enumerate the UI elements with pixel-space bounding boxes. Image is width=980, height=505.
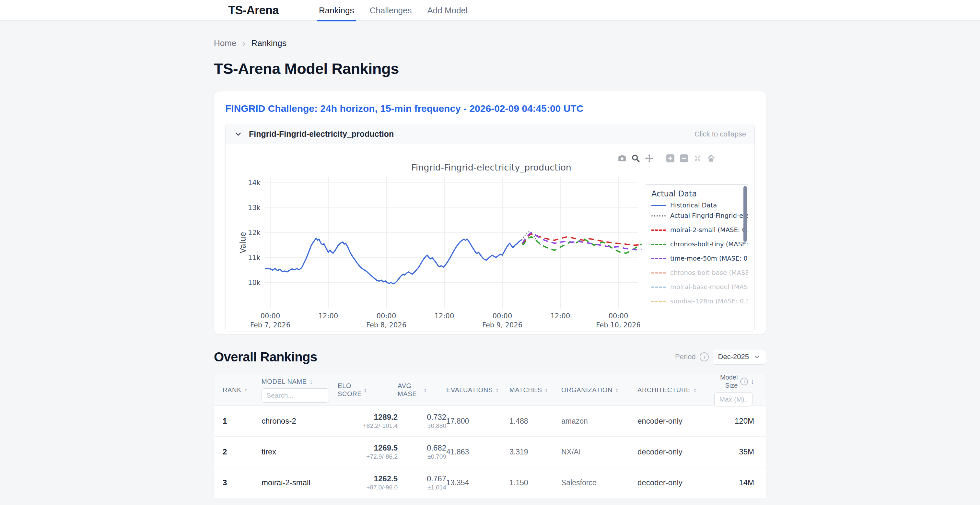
- legend-entry[interactable]: time-moe-50m (MASE: 0.277): [651, 255, 742, 262]
- legend-label: chronos-bolt-tiny (MASE: 0.257): [670, 241, 748, 248]
- svg-text:00:00: 00:00: [609, 312, 628, 320]
- mase-cell: 0.732 ±0.880: [427, 412, 446, 430]
- table-row[interactable]: 1 chronos-2 1289.2 +82.2/-101.4 0.732 ±0…: [214, 406, 766, 436]
- svg-text:Feb 9, 2026: Feb 9, 2026: [482, 321, 522, 329]
- mase-cell: 0.682 ±0.709: [427, 443, 446, 460]
- legend-swatch: [651, 287, 666, 288]
- period-label: Period: [675, 353, 696, 361]
- rankings-table: RANK ↑ MODEL NAME ↕ ELO SCORE ↕ AVG MASE…: [214, 373, 766, 499]
- tab-rankings[interactable]: Rankings: [311, 0, 362, 21]
- breadcrumb-home-link[interactable]: Home: [214, 38, 236, 48]
- svg-text:12:00: 12:00: [318, 312, 338, 320]
- column-elo-score[interactable]: ELO SCORE ↕: [338, 382, 398, 398]
- elo-cell: 1289.2 +82.2/-101.4: [363, 412, 398, 430]
- legend-label: moirai-2-small (MASE: 0.229): [670, 226, 748, 234]
- legend-swatch: [651, 205, 666, 206]
- sort-icon: ↕: [423, 386, 427, 394]
- legend-entry[interactable]: moirai-base-model (MASE: 0.357): [651, 283, 742, 291]
- chevron-right-icon: ›: [242, 38, 245, 49]
- legend-swatch: [651, 258, 666, 259]
- column-evaluations[interactable]: EVALUATIONS ↕: [446, 386, 509, 394]
- sort-icon: ↕: [495, 386, 499, 394]
- challenge-title: FINGRID Challenge: 24h horizon, 15-min f…: [225, 103, 755, 114]
- model-search-input[interactable]: [261, 388, 329, 403]
- svg-text:Feb 7, 2026: Feb 7, 2026: [250, 321, 290, 329]
- svg-text:14k: 14k: [248, 179, 261, 187]
- svg-text:12k: 12k: [248, 229, 261, 237]
- legend-entry[interactable]: moirai-2-small (MASE: 0.229): [651, 226, 742, 234]
- svg-text:12:00: 12:00: [434, 312, 454, 320]
- tab-add-model[interactable]: Add Model: [420, 0, 476, 21]
- rankings-table-header: RANK ↑ MODEL NAME ↕ ELO SCORE ↕ AVG MASE…: [214, 373, 766, 406]
- sort-icon: ↕: [693, 386, 697, 394]
- sort-asc-icon: ↑: [244, 386, 248, 394]
- sort-icon: ↕: [751, 378, 754, 386]
- chart-legend: Actual Data Historical DataActual Fingri…: [646, 185, 748, 308]
- page-title: TS-Arena Model Rankings: [214, 60, 766, 78]
- svg-text:12:00: 12:00: [550, 312, 570, 320]
- svg-text:Feb 10, 2026: Feb 10, 2026: [596, 321, 640, 329]
- sort-icon: ↕: [545, 386, 548, 394]
- legend-scrollbar[interactable]: [743, 186, 747, 242]
- sort-icon: ↕: [615, 386, 619, 394]
- legend-entry[interactable]: chronos-bolt-base (MASE: 0.321): [651, 269, 742, 277]
- legend-swatch: [651, 244, 666, 245]
- table-row[interactable]: 3 moirai-2-small 1262.5 +87.0/-96.0 0.76…: [214, 467, 766, 498]
- elo-cell: 1262.5 +87.0/-96.0: [366, 474, 398, 491]
- legend-entry[interactable]: Actual Fingrid-Fingrid-electricity_produ…: [651, 212, 742, 220]
- column-organization[interactable]: ORGANIZATION ↕: [561, 386, 638, 394]
- svg-text:Feb 8, 2026: Feb 8, 2026: [366, 321, 406, 329]
- legend-label: Historical Data: [670, 202, 717, 209]
- table-row[interactable]: 2 tirex 1269.5 +72.9/-86.2 0.682 ±0.709 …: [214, 436, 766, 467]
- legend-label: moirai-base-model (MASE: 0.357): [670, 283, 748, 291]
- column-model-size: Model Size i ↕: [714, 373, 754, 406]
- legend-swatch: [651, 301, 666, 302]
- legend-swatch: [651, 272, 666, 274]
- legend-title: Actual Data: [651, 189, 742, 198]
- legend-entry[interactable]: chronos-bolt-tiny (MASE: 0.257): [651, 241, 742, 248]
- column-architecture[interactable]: ARCHITECTURE ↕: [638, 386, 709, 394]
- legend-swatch: [651, 229, 666, 231]
- chevron-down-icon: [234, 130, 242, 139]
- tab-challenges[interactable]: Challenges: [362, 0, 419, 21]
- breadcrumb: Home › Rankings: [214, 38, 766, 49]
- dataset-panel-header[interactable]: Fingrid-Fingrid-electricity_production C…: [226, 124, 754, 144]
- forecast-chart[interactable]: Fingrid-Fingrid-electricity_production: [226, 144, 754, 331]
- svg-text:10k: 10k: [248, 279, 261, 287]
- legend-label: time-moe-50m (MASE: 0.277): [670, 255, 748, 262]
- period-info-icon[interactable]: i: [700, 352, 709, 362]
- legend-label: sundial-128m (MASE: 0.362): [670, 298, 748, 305]
- legend-entry[interactable]: Historical Data: [651, 202, 742, 209]
- svg-text:00:00: 00:00: [377, 312, 396, 320]
- app-logo: TS-Arena: [228, 3, 279, 17]
- challenge-card: FINGRID Challenge: 24h horizon, 15-min f…: [214, 91, 766, 334]
- column-avg-mase[interactable]: AVG MASE ↕: [398, 382, 446, 398]
- legend-swatch: [651, 215, 666, 217]
- svg-text:00:00: 00:00: [261, 312, 280, 320]
- sort-icon: ↕: [310, 378, 313, 386]
- legend-entry[interactable]: sundial-128m (MASE: 0.362): [651, 298, 742, 305]
- rankings-section-title: Overall Rankings: [214, 350, 317, 364]
- model-size-info-icon[interactable]: i: [740, 378, 748, 386]
- sort-icon: ↕: [364, 386, 367, 394]
- top-nav: TS-Arena Rankings Challenges Add Model: [0, 0, 980, 21]
- breadcrumb-current: Rankings: [251, 38, 286, 48]
- column-rank[interactable]: RANK ↑: [223, 386, 261, 394]
- dataset-panel-title: Fingrid-Fingrid-electricity_production: [249, 129, 394, 139]
- svg-text:Time: Time: [441, 331, 461, 331]
- dataset-panel: Fingrid-Fingrid-electricity_production C…: [225, 124, 755, 332]
- legend-label: chronos-bolt-base (MASE: 0.321): [670, 269, 748, 277]
- max-size-input[interactable]: [714, 392, 752, 406]
- mase-cell: 0.767 ±1.014: [427, 474, 446, 491]
- collapse-hint: Click to collapse: [695, 130, 746, 139]
- column-matches[interactable]: MATCHES ↕: [509, 386, 561, 394]
- svg-text:00:00: 00:00: [493, 312, 512, 320]
- period-select[interactable]: Dec-2025: [713, 349, 766, 365]
- elo-cell: 1269.5 +72.9/-86.2: [366, 443, 398, 460]
- svg-text:13k: 13k: [248, 204, 261, 212]
- svg-text:Value: Value: [239, 232, 248, 253]
- column-model-name: MODEL NAME ↕: [261, 378, 338, 403]
- chevron-down-icon: [754, 353, 760, 360]
- legend-label: Actual Fingrid-Fingrid-electricity_produ…: [670, 212, 748, 220]
- svg-text:11k: 11k: [248, 254, 261, 261]
